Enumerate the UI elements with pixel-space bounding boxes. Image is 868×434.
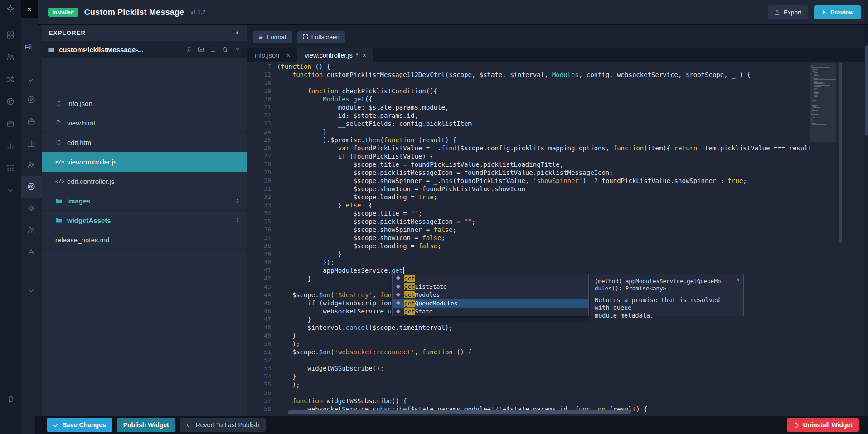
tab-close-icon[interactable]: × (286, 52, 290, 59)
code-line[interactable]: 49 } (247, 332, 810, 340)
file-item[interactable]: images (42, 191, 247, 211)
new-file-icon[interactable] (185, 46, 192, 53)
users-icon[interactable] (6, 53, 15, 61)
method-signature: (method) appModulesService.getQueueMo du… (595, 278, 732, 292)
code-line[interactable]: 32 $scope.loading = true; (247, 193, 810, 201)
format-button[interactable]: Format (253, 31, 292, 43)
fullscreen-button[interactable]: Fullscreen (297, 31, 345, 43)
file-item[interactable]: edit.html (42, 133, 247, 152)
code-line[interactable]: 40 }); (247, 258, 810, 266)
file-item[interactable]: </>view.controller.js (42, 152, 247, 172)
tab-view-controller-js[interactable]: view.controller.js* × (297, 48, 373, 62)
code-line[interactable]: 22 id: $state.params.id, (247, 111, 810, 120)
suggestion-item[interactable]: getState (393, 308, 588, 316)
publish-widget-button[interactable]: Publish Widget (117, 418, 175, 432)
code-line[interactable]: 35 $scope.picklistMessageIcon = ""; (247, 217, 810, 226)
rail-item[interactable] (21, 132, 42, 154)
tab-close-icon[interactable]: × (362, 52, 366, 59)
apps-icon[interactable] (6, 164, 15, 172)
close-icon[interactable]: × (736, 276, 740, 283)
suggestion-item[interactable]: getListState (393, 282, 588, 290)
rail-item[interactable] (21, 198, 42, 219)
code-line[interactable]: 28 $scope.title = foundPickListValue.pic… (247, 160, 810, 169)
shuffle-icon[interactable] (6, 75, 15, 83)
tab-info-json[interactable]: info.json × (247, 48, 297, 62)
code-line[interactable]: 27 if (foundPickListValue) { (247, 152, 810, 160)
code-line[interactable]: 19 function checkPicklistCondition(){ (247, 87, 810, 95)
code-line[interactable]: 48 $interval.cancel($scope.timeinterval)… (247, 323, 810, 332)
page-scrollbar-thumb[interactable] (865, 45, 868, 136)
vertical-scrollbar-thumb[interactable] (839, 63, 842, 243)
new-folder-icon[interactable] (198, 46, 204, 53)
close-button[interactable]: × (21, 0, 38, 18)
code-line[interactable]: 30 $scope.showSpinner = _.has(foundPickL… (247, 177, 810, 185)
code-line[interactable]: 39 } (247, 250, 810, 258)
code-line[interactable]: 26 var foundPickListValue = _.find($scop… (247, 144, 810, 152)
code-line[interactable]: 7(function () { (247, 63, 810, 71)
code-line[interactable]: 20 Modules.get({ (247, 95, 810, 103)
code-line[interactable]: 31 $scope.showIcon = foundPickListValue.… (247, 185, 810, 193)
project-root-row[interactable]: customPicklistMessage-... (42, 41, 247, 58)
code-line[interactable]: 25 ).$promise.then(function (result) { (247, 136, 810, 144)
code-line[interactable]: 34 $scope.title = ""; (247, 209, 810, 217)
file-item[interactable]: widgetAssets (42, 211, 247, 230)
suggestion-label: getModules (404, 291, 440, 298)
code-line[interactable]: 56 (247, 389, 810, 397)
export-button[interactable]: Export (768, 5, 808, 19)
code-line[interactable]: 51 $scope.$on('websocket:reconnect', fun… (247, 348, 810, 356)
code-line[interactable]: 29 $scope.picklistMessageIcon = foundPic… (247, 169, 810, 177)
code-line[interactable]: 18 (247, 79, 810, 87)
suggestion-item[interactable]: get (393, 274, 588, 282)
code-line[interactable]: 12 function customPicklistMessage112DevC… (247, 71, 810, 79)
save-changes-button[interactable]: Save Changes (47, 418, 112, 432)
file-item[interactable]: info.json (42, 94, 247, 113)
code-line[interactable]: 37 $scope.showIcon = false; (247, 234, 810, 242)
code-line[interactable]: 55 ); (247, 381, 810, 389)
briefcase-icon[interactable] (6, 120, 15, 128)
upload-icon[interactable] (210, 46, 216, 53)
code-line[interactable]: 36 $scope.showSpinner = false; (247, 226, 810, 234)
chevron-down-icon[interactable] (6, 186, 15, 194)
rail-item[interactable] (21, 176, 42, 198)
delete-icon[interactable] (222, 46, 228, 53)
code-line[interactable]: 54 } (247, 372, 810, 381)
rail-item[interactable] (21, 89, 42, 111)
file-item[interactable]: release_notes.md (42, 230, 247, 250)
chart-icon[interactable] (6, 142, 15, 150)
file-item[interactable]: </>edit.controller.js (42, 172, 247, 191)
code-line[interactable]: 23 __selectFields: config.picklistItem (247, 120, 810, 128)
compass-icon[interactable] (6, 97, 15, 106)
code-line[interactable]: 21 module: $state.params.module, (247, 103, 810, 111)
horizontal-scrollbar-thumb[interactable] (288, 410, 631, 414)
rail-item[interactable] (21, 241, 42, 263)
code-line[interactable]: 53 widgetWSSubscribe(); (247, 364, 810, 372)
preview-button[interactable]: Preview (814, 5, 861, 19)
chevron-down-icon[interactable] (27, 77, 34, 84)
file-item[interactable]: view.html (42, 113, 247, 133)
collapse-explorer-icon[interactable] (234, 30, 240, 36)
code-line[interactable]: 33 } else { (247, 201, 810, 209)
version-label: v1.1.2 (190, 9, 205, 15)
code-line[interactable]: 50 ); (247, 340, 810, 348)
revert-button[interactable]: Revert To Last Publish (180, 418, 266, 432)
code-editor[interactable]: 7(function () {12 function customPicklis… (247, 63, 868, 416)
code-line[interactable]: 52 (247, 356, 810, 364)
rail-item[interactable] (21, 111, 42, 132)
rail-item[interactable] (21, 280, 42, 302)
more-chevron-icon[interactable] (234, 46, 241, 53)
expand-chevron-icon[interactable] (234, 217, 241, 223)
grid-icon[interactable] (6, 31, 15, 39)
code-line[interactable]: 24 } (247, 128, 810, 136)
rail-item[interactable] (21, 154, 42, 176)
suggestion-item[interactable]: getModules (393, 291, 588, 299)
expand-chevron-icon[interactable] (234, 198, 241, 204)
rail-item[interactable] (21, 219, 42, 241)
code-line[interactable]: 38 $scope.loading = false; (247, 242, 810, 250)
minimap-line (814, 83, 825, 84)
page-scrollbar[interactable] (864, 0, 868, 434)
minimap[interactable] (810, 63, 836, 416)
code-line[interactable]: 57 function widgetWSSubscribe() { (247, 397, 810, 405)
suggestion-item[interactable]: getQueueModules (393, 299, 588, 307)
uninstall-widget-button[interactable]: Uninstall Widget (787, 418, 859, 432)
trash-icon[interactable] (7, 395, 15, 403)
